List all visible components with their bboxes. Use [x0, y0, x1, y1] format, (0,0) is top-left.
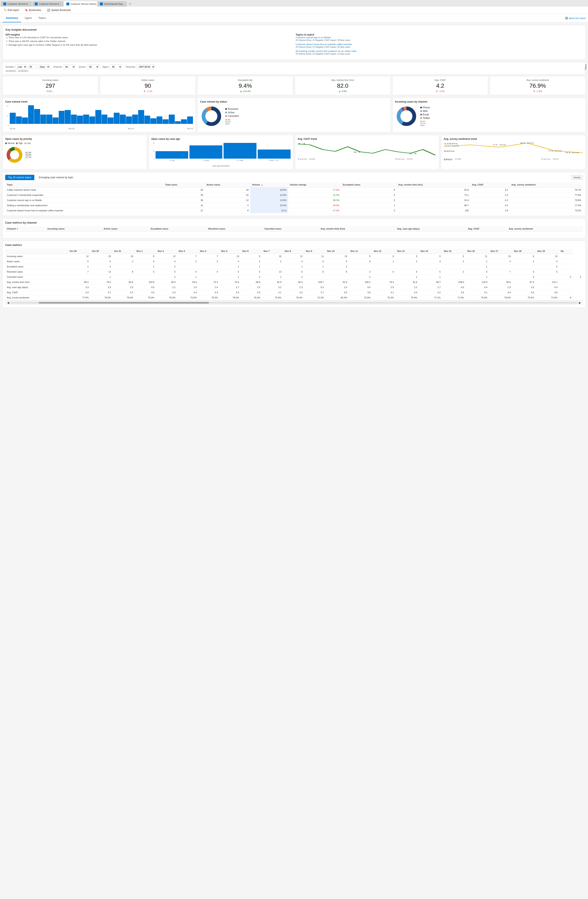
volume-bar-5	[40, 114, 46, 124]
topic-escalated-1: 4	[341, 193, 397, 198]
cm-cell-3-9: 13	[262, 269, 283, 275]
volume-bar-29	[187, 116, 193, 124]
cm-cell-1-13: 6	[349, 259, 372, 264]
topic-volume-3: 10.4%	[250, 203, 288, 208]
ch-col-incoming: Incoming cases	[46, 226, 102, 232]
cm-cell-3-7: 5	[219, 269, 241, 275]
case-metrics-row-0: Incoming cases12201081277109161211159899…	[5, 254, 583, 259]
browser-tab-3[interactable]: Customer Service historic... ✕	[64, 1, 97, 7]
cm-cell-0-9: 16	[262, 254, 283, 259]
channel-metrics-table: Channel ▼ Incoming cases Active cases Es…	[5, 226, 583, 236]
topic-link-2[interactable]: No tracking number send to the customer …	[296, 50, 583, 53]
scroll-right-arrow[interactable]: ▶	[578, 301, 582, 304]
channel-select[interactable]: All	[63, 65, 76, 69]
insights-title: Key insights discovered	[6, 28, 582, 31]
cm-cell-2-11: 1	[304, 264, 325, 269]
emerging-case-volume-button[interactable]: Emerging case volume by topic	[36, 175, 76, 180]
tab-agent[interactable]: Agent	[21, 14, 35, 22]
edit-report-button[interactable]: ✏️ Edit report	[3, 8, 20, 12]
duration-value-input[interactable]	[28, 65, 36, 69]
normal-dot	[5, 142, 7, 144]
cm-cell-6-17: 4.0	[442, 285, 466, 290]
cm-cell-4-7: 1	[219, 275, 241, 280]
cm-cell-3-21: 5	[536, 269, 559, 275]
cm-cell-8-1: 76.0%	[90, 295, 113, 300]
channel-metrics-section: Case metrics by channel Channel ▼ Incomi…	[3, 218, 585, 238]
topic-name-3: Getting a membership card replacement	[5, 203, 164, 208]
cm-cell-2-7: 1	[219, 264, 241, 269]
cm-cell-4-11	[304, 275, 325, 280]
svg-text:81.0%: 81.0%	[520, 142, 534, 144]
case-metrics-row-5: Avg. resolve time (hrs)89.276.866.5104.8…	[5, 280, 583, 285]
cm-cell-8-20: 75.0%	[512, 295, 536, 300]
bookmarks-button[interactable]: 🔖 Bookmarks	[23, 8, 42, 12]
add-tab-button[interactable]: +	[127, 1, 133, 7]
duration-unit-select[interactable]: Days	[38, 65, 50, 69]
topic-sentiment-1: 77.8%	[510, 193, 583, 198]
cm-cell-0-20: 8	[512, 254, 536, 259]
cancelled-dot	[225, 115, 227, 117]
case-metrics-title: Case metrics	[5, 243, 583, 247]
topic-row-1: Customer's membership suspended 40 15 13…	[5, 193, 583, 198]
cm-cell-4-22: 2	[559, 275, 573, 280]
browser-tab-4[interactable]: Omnichannel Ong...	[97, 1, 127, 7]
topic-link-0[interactable]: Customer cannot sign in on Mobile	[296, 36, 583, 39]
cm-row-label-1: Active cases	[5, 259, 68, 264]
update-bookmark-label: Update Bookmark	[51, 9, 71, 12]
cm-cell-4-5: 1	[177, 275, 198, 280]
tab-summary[interactable]: Summary	[3, 14, 21, 22]
case-metrics-scroll[interactable]: Oct 29 Oct 30 Oct 31 Nov 1 Nov 2 Nov 3 N…	[5, 249, 583, 300]
cm-cell-0-11: 11	[304, 254, 325, 259]
cm-col-metric	[5, 249, 68, 254]
scroll-left-arrow[interactable]: ◀	[6, 301, 10, 304]
details-button[interactable]: Details	[571, 175, 583, 180]
col-resolve-time: Avg. resolve time (hrs)	[397, 182, 471, 187]
browser-tab-1[interactable]: Customer Service A...	[1, 1, 32, 7]
cm-col-oct29: Oct 29	[68, 249, 90, 254]
cm-cell-2-20	[512, 264, 536, 269]
down-arrow-sentiment: ▼	[533, 90, 536, 93]
cm-cell-1-10: 4	[283, 259, 304, 264]
cm-cell-2-3: 1	[135, 264, 156, 269]
queue-select[interactable]: All	[87, 65, 99, 69]
browser-tab-2[interactable]: Customer Service A...	[32, 1, 63, 7]
update-bookmark-button[interactable]: 🔄 Update Bookmark	[46, 8, 72, 12]
topic-csat-0: 4.2	[470, 187, 509, 193]
cm-cell-4-21	[536, 275, 559, 280]
case-volume-status-title: Case volume by status	[200, 100, 388, 103]
cm-cell-6-0: 3.3	[68, 285, 90, 290]
filters-tab-button[interactable]: Filters	[583, 62, 588, 72]
top-10-volume-topics-button[interactable]: Top 10 volume topics	[5, 175, 34, 180]
cm-cell-6-16: 2.7	[419, 285, 442, 290]
cm-col-nov13: Nov 13	[395, 249, 419, 254]
duration-preset-select[interactable]: Last	[15, 65, 27, 69]
tab-label-4: Omnichannel Ong...	[104, 3, 124, 5]
topic-volchange-1: 21.2%	[288, 193, 341, 198]
cm-cell-7-17: 3.6	[442, 290, 466, 295]
timezone-select[interactable]: GMT-08:00	[136, 65, 155, 69]
cm-cell-4-14	[372, 275, 395, 280]
cm-cell-2-16	[419, 264, 442, 269]
cm-cell-8-18: 75.9%	[466, 295, 489, 300]
arrow-icon-0: ↘	[6, 36, 8, 39]
cm-cell-2-9	[262, 264, 283, 269]
about-this-report[interactable]: ℹ️ About this report	[565, 17, 585, 19]
scroll-track[interactable]	[10, 302, 578, 304]
cm-cell-2-18: 1	[466, 264, 489, 269]
cm-cell-5-4: 60.0	[156, 280, 177, 285]
cm-cell-5-1: 76.8	[90, 280, 113, 285]
cm-cell-2-10: 1	[283, 264, 304, 269]
cm-cell-5-16: 68.7	[419, 280, 442, 285]
cm-cell-8-11: 72.3%	[304, 295, 325, 300]
agent-select[interactable]: All	[110, 65, 122, 69]
topic-link-1[interactable]: Customer doesn't know how to maintain co…	[296, 43, 583, 45]
sentiment-trend-svg: Nov 06 Nov 20 100% 50% 0% 77.5% 72.3% 81…	[444, 142, 583, 161]
cm-cell-6-18: 4.4	[466, 285, 489, 290]
tab-topics[interactable]: Topics	[35, 14, 49, 22]
kpi-csat: Avg. CSAT 4.2 ▼ -3.3%	[392, 76, 488, 95]
topic-escalated-3: 1	[341, 203, 397, 208]
topic-name-1: Customer's membership suspended	[5, 193, 164, 198]
topic-row-2: Customer cannot sign in on Mobile 38 12 …	[5, 198, 583, 203]
volume-trend-x-labels: Oct 30 Nov 06 Nov 13 Nov 20	[10, 128, 193, 130]
cm-cell-1-8: 2	[241, 259, 262, 264]
